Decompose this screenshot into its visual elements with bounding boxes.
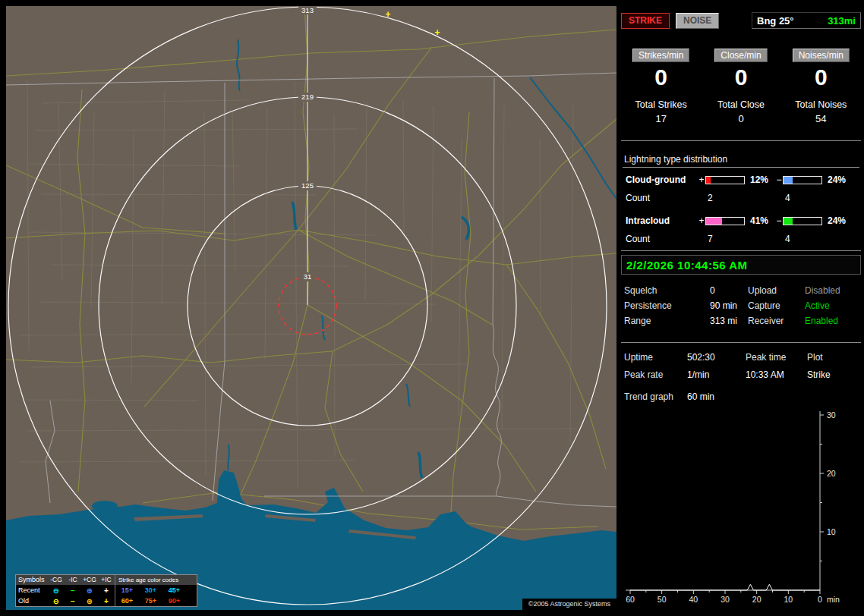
capture-label: Capture [748,300,805,311]
age-90: 90+ [162,596,186,606]
total-close-value: 0 [738,113,743,124]
recent-neg-ic-icon: − [65,586,81,596]
strikes-per-min-value: 0 [654,65,667,90]
trend-xtick-10: 10 [784,595,793,604]
capture-status: Active [805,300,861,311]
total-noises-value: 54 [815,113,826,124]
old-pos-cg-icon: ⊕ [81,596,98,606]
peak-rate-value: 1/min [687,369,746,380]
cg-positive-percent: 12% [746,174,775,185]
squelch-label: Squelch [624,285,710,296]
legend-old-label: Old [16,596,48,606]
upload-label: Upload [748,285,805,296]
bearing-display: Bng 25° 313mi [752,12,861,29]
old-neg-ic-icon: − [65,596,81,606]
trend-xtick-40: 40 [689,595,698,604]
datetime-display: 2/2/2026 10:44:56 AM [621,255,861,275]
cloud-ground-row: Cloud-ground + 12% − 24% [623,171,859,189]
trend-xtick-30: 30 [721,595,730,604]
old-pos-ic-icon: + [98,596,115,606]
ring-label-31: 31 [304,272,312,281]
close-per-min-button[interactable]: Close/min [714,49,767,62]
trend-ticks [630,415,824,594]
bearing-range-value: 313mi [828,15,856,27]
section-divider [621,250,861,251]
plot-value: Strike [807,369,861,380]
recent-pos-cg-icon: ⊕ [81,586,98,596]
cg-negative-bar [783,176,822,184]
total-strikes-value: 17 [655,113,666,124]
peak-rate-label: Peak rate [624,369,687,380]
legend-symbols-header: Symbols [16,575,48,585]
range-value: 313 mi [710,316,748,326]
ic-positive-count: 7 [705,234,746,244]
age-15: 15+ [115,586,139,596]
total-noises-label: Total Noises [795,99,847,110]
ic-positive-percent: 41% [746,215,775,226]
uptime-value: 502:30 [687,352,746,363]
section-divider [621,140,861,141]
trend-graph: 30 20 10 60 50 40 30 20 10 0 min [621,410,861,611]
legend-col-neg-cg: -CG [48,575,65,585]
ic-positive-bar [705,217,745,225]
persistence-value: 90 min [710,300,748,311]
legend-age-header: Strike age color codes [115,575,197,585]
cg-positive-count: 2 [705,193,746,203]
trend-graph-label: Trend graph [624,391,687,402]
legend-col-neg-ic: -IC [65,575,81,585]
close-per-min-value: 0 [735,65,748,90]
peak-time-label: Peak time [746,352,807,363]
total-strikes-label: Total Strikes [635,99,687,110]
count-label: Count [626,193,698,203]
datetime-value: 2/2/2026 10:44:56 AM [626,259,748,272]
receiver-label: Receiver [748,316,805,326]
cg-negative-percent: 24% [824,174,853,185]
legend-col-pos-cg: +CG [81,575,98,585]
recent-pos-ic-icon: + [98,586,115,596]
count-label: Count [626,234,698,244]
recent-neg-cg-icon: ⊖ [48,586,65,596]
ic-negative-count: 4 [783,234,824,244]
strike-indicator-button[interactable]: STRIKE [621,13,670,29]
trend-x-unit: min [827,595,840,604]
cloud-ground-count-row: Count 2 4 [623,189,859,207]
plot-label: Plot [807,352,861,363]
stats-grid: Uptime 502:30 Peak time Plot Peak rate 1… [621,348,861,383]
trend-ytick-20: 20 [827,469,836,478]
section-divider [621,342,861,343]
age-45: 45+ [162,586,186,596]
trend-graph-header: Trend graph 60 min [621,388,861,405]
copyright-notice: ©2005 Astrogenic Systems [522,599,616,610]
receiver-status: Enabled [805,316,861,326]
intracloud-count-row: Count 7 4 [623,230,859,248]
strikes-per-min-button[interactable]: Strikes/min [632,49,689,62]
range-label: Range [624,316,710,326]
trend-ytick-30: 30 [827,410,836,420]
persistence-label: Persistence [624,300,710,311]
strike-marker: + [385,9,390,20]
upload-status: Disabled [805,285,861,296]
total-close-label: Total Close [717,99,765,110]
status-sidebar: STRIKE NOISE Bng 25° 313mi Strikes/min C… [621,6,861,610]
lightning-map[interactable]: 313 219 125 31 + + Symbols -CG -IC +CG +… [6,6,616,610]
legend-col-pos-ic: +IC [98,575,115,585]
noises-per-min-button[interactable]: Noises/min [793,49,850,62]
map-legend: Symbols -CG -IC +CG +IC Strike age color… [15,574,197,607]
noises-per-min-value: 0 [815,65,828,90]
ring-label-313: 313 [301,6,314,14]
plus-sign: + [698,215,705,226]
trend-xtick-60: 60 [626,595,635,604]
coastal-lake [92,501,118,511]
nexstorm-app: 313 219 125 31 + + Symbols -CG -IC +CG +… [0,0,864,616]
ic-negative-bar [783,217,822,225]
legend-recent-label: Recent [16,586,48,596]
noise-indicator-button[interactable]: NOISE [676,13,719,29]
strike-marker: + [434,27,440,38]
distribution-title: Lightning type distribution [623,154,859,168]
trend-xtick-20: 20 [752,595,762,604]
uptime-label: Uptime [624,352,687,363]
age-30: 30+ [139,586,162,596]
peak-time-value: 10:33 AM [746,369,807,380]
trend-window-value: 60 min [687,391,861,402]
plus-sign: + [698,174,705,185]
